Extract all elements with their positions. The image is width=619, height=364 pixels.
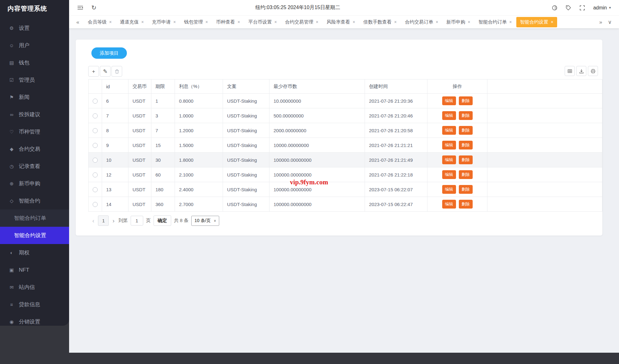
sidebar-item[interactable]: 智能合约设置 <box>0 227 69 244</box>
edit-button[interactable]: 编辑 <box>442 96 456 105</box>
sidebar-item[interactable]: ✉站内信 <box>0 279 69 296</box>
close-icon[interactable]: × <box>173 20 176 24</box>
close-icon[interactable]: × <box>551 20 553 24</box>
tab[interactable]: 智能合约设置× <box>516 17 557 27</box>
tab[interactable]: 新币申购× <box>443 17 474 27</box>
add-row-button[interactable]: + <box>88 66 99 77</box>
tab-label: 智能合约订单 <box>479 19 507 25</box>
close-icon[interactable]: × <box>509 20 512 24</box>
close-icon[interactable]: × <box>468 20 470 24</box>
tab[interactable]: 会员等级× <box>84 17 115 27</box>
delete-row-button[interactable] <box>111 66 122 77</box>
sidebar-item[interactable]: ☺用户 <box>0 37 69 54</box>
row-radio[interactable] <box>93 113 98 118</box>
edit-button[interactable]: 编辑 <box>442 126 456 135</box>
tabs-scroll-right-icon[interactable]: » <box>596 19 605 25</box>
edit-button[interactable]: 编辑 <box>442 170 456 179</box>
close-icon[interactable]: × <box>141 20 144 24</box>
tab[interactable]: 平台币设置× <box>244 17 280 27</box>
fullscreen-icon[interactable] <box>579 5 585 11</box>
tab[interactable]: 合约交易订单× <box>401 17 442 27</box>
delete-button[interactable]: 删除 <box>459 155 473 164</box>
sidebar-item[interactable]: ▤钱包 <box>0 54 69 71</box>
print-button[interactable] <box>588 66 598 76</box>
page-number-button[interactable]: 1 <box>98 215 109 226</box>
edit-button[interactable]: 编辑 <box>442 155 456 164</box>
close-icon[interactable]: × <box>109 20 111 24</box>
delete-button[interactable]: 删除 <box>459 200 473 209</box>
edit-button[interactable]: 编辑 <box>442 141 456 149</box>
columns-button[interactable] <box>565 66 575 76</box>
column-header: 创建时间 <box>365 79 427 94</box>
delete-button[interactable]: 删除 <box>459 141 473 149</box>
sidebar-item[interactable]: ▣NFT <box>0 261 69 279</box>
row-radio[interactable] <box>93 99 98 104</box>
cell-interest: 0.8000 <box>175 94 223 108</box>
delete-button[interactable]: 删除 <box>459 96 473 105</box>
delete-button[interactable]: 删除 <box>459 185 473 194</box>
theme-icon[interactable] <box>552 5 557 11</box>
table-row: 7USDT31.0000USDT-Staking500.000000002021… <box>89 108 602 123</box>
sidebar-item[interactable]: ≡贷款信息 <box>0 296 69 313</box>
delete-button[interactable]: 删除 <box>459 111 473 120</box>
sidebar-item[interactable]: ◐期权 <box>0 244 69 261</box>
delete-button[interactable]: 删除 <box>459 170 473 179</box>
tab[interactable]: 钱包管理× <box>180 17 212 27</box>
close-icon[interactable]: × <box>436 20 438 24</box>
sidebar-item[interactable]: ∞投拆建议 <box>0 106 69 123</box>
tab[interactable]: 智能合约订单× <box>475 17 516 27</box>
tab[interactable]: 通道充值× <box>116 17 148 27</box>
cell-select <box>89 197 102 212</box>
tab[interactable]: 充币申请× <box>148 17 180 27</box>
page-size-select[interactable]: 10 条/页 ∨ <box>191 216 219 226</box>
tab[interactable]: 倍数手数查看× <box>360 17 400 27</box>
row-radio[interactable] <box>93 158 98 163</box>
tab-label: 倍数手数查看 <box>363 19 392 25</box>
user-menu[interactable]: admin ▾ <box>593 5 611 11</box>
close-icon[interactable]: × <box>353 20 355 24</box>
sidebar-item[interactable]: ♡币种管理 <box>0 123 69 140</box>
sidebar-item[interactable]: ⚙设置 <box>0 19 69 37</box>
row-radio[interactable] <box>93 128 98 133</box>
export-button[interactable] <box>576 66 586 76</box>
row-radio[interactable] <box>93 172 98 177</box>
next-page-icon[interactable]: › <box>111 218 115 224</box>
add-item-button[interactable]: 添加项目 <box>91 47 127 59</box>
goto-page-input[interactable] <box>131 216 143 225</box>
sidebar-item[interactable]: 智能合约订单 <box>0 209 69 227</box>
tab[interactable]: 风险率查看× <box>323 17 359 27</box>
close-icon[interactable]: × <box>316 20 318 24</box>
prev-page-icon[interactable]: ‹ <box>91 218 95 224</box>
tabs-scroll-left-icon[interactable]: « <box>73 19 82 25</box>
sidebar-item[interactable]: ◷记录查看 <box>0 158 69 175</box>
sidebar-item[interactable]: ⚑新闻 <box>0 89 69 106</box>
tag-icon[interactable] <box>566 5 571 11</box>
row-radio[interactable] <box>93 202 98 207</box>
edit-row-button[interactable]: ✎ <box>100 66 111 77</box>
sidebar-item[interactable]: ◉分销设置 <box>0 313 69 330</box>
sidebar-item[interactable]: ◆合约交易 <box>0 140 69 158</box>
confirm-page-button[interactable]: 确定 <box>154 215 171 226</box>
edit-button[interactable]: 编辑 <box>442 200 456 209</box>
refresh-icon[interactable]: ↻ <box>91 5 96 11</box>
sidebar-item[interactable]: ◇智能合约 <box>0 192 69 209</box>
close-icon[interactable]: × <box>205 20 208 24</box>
close-icon[interactable]: × <box>394 20 397 24</box>
delete-button[interactable]: 删除 <box>459 126 473 135</box>
sidebar-item-label: 分销设置 <box>19 318 40 325</box>
row-radio[interactable] <box>93 143 98 148</box>
tabs-menu-icon[interactable]: ∨ <box>605 19 615 25</box>
edit-button[interactable]: 编辑 <box>442 111 456 120</box>
edit-button[interactable]: 编辑 <box>442 185 456 194</box>
sidebar-item[interactable]: ⊕新币申购 <box>0 175 69 192</box>
tab[interactable]: 币种查看× <box>212 17 244 27</box>
chevron-down-icon: ∨ <box>214 219 216 222</box>
collapse-sidebar-icon[interactable] <box>77 5 83 10</box>
close-icon[interactable]: × <box>274 20 277 24</box>
cell-created: 2021-07-26 21:21:49 <box>365 153 427 167</box>
cell-select <box>89 153 102 167</box>
tab[interactable]: 合约交易管理× <box>281 17 322 27</box>
sidebar-item[interactable]: ☑管理员 <box>0 71 69 89</box>
row-radio[interactable] <box>93 187 98 192</box>
close-icon[interactable]: × <box>237 20 240 24</box>
